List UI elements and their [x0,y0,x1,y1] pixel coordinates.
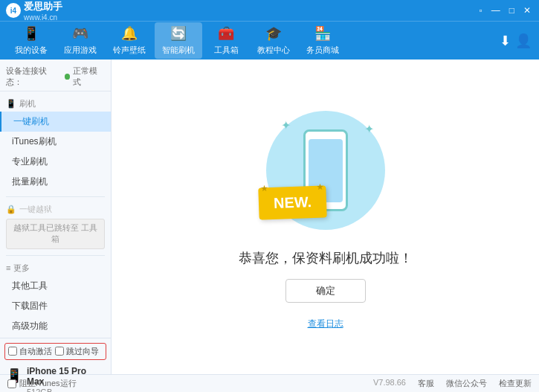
view-log-link[interactable]: 查看日志 [308,318,343,330]
window-controls: ▫ — □ ✕ [477,5,533,16]
nav-ringtone[interactable]: 🔔 铃声壁纸 [106,22,153,59]
close-button[interactable]: ✕ [521,5,533,16]
my-device-icon: 📱 [23,25,39,42]
footer-right: V7.98.66 客服 微信公众号 检查更新 [373,378,532,389]
auto-activate-checkbox[interactable]: 自动激活 [8,346,52,357]
service-icon: 🏪 [314,25,331,42]
apps-icon: 🎮 [72,25,88,42]
main-area: 设备连接状态： 正常模式 📱 刷机 一键刷机 iTunes刷机 专业刷机 批量刷… [0,60,539,374]
guided-activate-input[interactable] [55,347,64,356]
jailbreak-notice: 越狱工具已跳转至 工具箱 [6,219,105,249]
divider-1 [6,196,105,197]
guided-activate-label: 跳过向导 [66,346,99,357]
batch-flash-label: 批量刷机 [12,176,48,187]
download-firmware-label: 下载固件 [12,301,48,311]
wifi-icon: ▫ [477,5,484,16]
status-mode: 正常模式 [73,65,105,88]
nav-toolbox-label: 工具箱 [214,45,239,56]
sidebar-item-advanced[interactable]: 高级功能 [0,316,111,336]
sidebar: 设备连接状态： 正常模式 📱 刷机 一键刷机 iTunes刷机 专业刷机 批量刷… [0,60,112,374]
sparkle-top-right: ✦ [364,122,374,136]
lock-icon: 🔒 [6,205,16,214]
nav-toolbox[interactable]: 🧰 工具箱 [204,22,248,59]
nav-tutorial-label: 教程中心 [257,45,290,56]
other-tools-label: 其他工具 [12,280,48,291]
itunes-flash-label: iTunes刷机 [12,136,57,147]
status-dot [65,74,71,80]
advanced-label: 高级功能 [12,321,48,331]
ringtone-icon: 🔔 [121,25,138,42]
nav-smart-flash[interactable]: 🔄 智能刷机 [155,22,202,59]
sidebar-item-itunes-flash[interactable]: iTunes刷机 [0,132,111,152]
confirm-button[interactable]: 确定 [285,279,366,303]
itunes-label: 阻止iTunes运行 [19,378,77,389]
sidebar-item-pro-flash[interactable]: 专业刷机 [0,152,111,172]
wechat-link[interactable]: 微信公众号 [446,378,487,389]
flash-section-header: 📱 刷机 [0,96,111,112]
flash-section-icon: 📱 [6,99,16,109]
nav-apps-label: 应用游戏 [64,45,97,56]
content-area: ✦ ✦ NEW. 恭喜您，保资料刷机成功啦！ 确定 查看日志 [112,60,539,374]
nav-right-actions: ⬇ 👤 [500,33,532,49]
sparkle-top-left: ✦ [281,118,291,132]
status-label: 设备连接状态： [6,65,62,88]
more-section-label: 更多 [13,263,30,274]
jailbreak-section-label: 一键越狱 [19,204,52,215]
flash-section: 📱 刷机 一键刷机 iTunes刷机 专业刷机 批量刷机 [0,94,111,193]
divider-2 [6,255,105,256]
jailbreak-section-header: 🔒 一键越狱 [0,202,111,217]
nav-ringtone-label: 铃声壁纸 [113,45,146,56]
nav-service-label: 务员商城 [306,45,339,56]
logo-text-group: 爱思助手 www.i4.cn [24,0,62,22]
status-bar: 设备连接状态： 正常模式 [0,62,111,91]
auto-activate-label: 自动激活 [19,346,52,357]
jailbreak-notice-text: 越狱工具已跳转至 工具箱 [13,223,97,243]
more-section-header: ≡ 更多 [0,260,111,276]
check-update-link[interactable]: 检查更新 [499,378,532,389]
success-illustration: ✦ ✦ NEW. 恭喜您，保资料刷机成功啦！ 确定 查看日志 [239,103,413,330]
guided-activate-checkbox[interactable]: 跳过向导 [55,346,99,357]
success-text: 恭喜您，保资料刷机成功啦！ [239,249,413,267]
nav-service[interactable]: 🏪 务员商城 [299,22,346,59]
tutorial-icon: 🎓 [265,25,282,42]
nav-my-device[interactable]: 📱 我的设备 [7,22,55,59]
itunes-checkbox-input[interactable] [7,379,16,388]
maximize-button[interactable]: □ [507,5,517,16]
auto-activate-row: 自动激活 跳过向导 [4,343,106,360]
toolbox-icon: 🧰 [218,25,234,42]
nav-smart-flash-label: 智能刷机 [162,45,195,56]
flash-section-label: 刷机 [19,98,36,109]
smart-flash-icon: 🔄 [170,25,187,42]
pro-flash-label: 专业刷机 [12,156,48,167]
jailbreak-section: 🔒 一键越狱 越狱工具已跳转至 工具箱 [0,200,111,252]
sidebar-item-one-key-flash[interactable]: 一键刷机 [0,112,111,132]
nav-apps[interactable]: 🎮 应用游戏 [57,22,104,59]
download-button[interactable]: ⬇ [500,33,511,49]
itunes-checkbox[interactable]: 阻止iTunes运行 [7,378,77,389]
minimize-button[interactable]: — [489,5,503,16]
version-label: V7.98.66 [373,378,406,389]
phone-graphic: ✦ ✦ NEW. [259,103,393,237]
auto-activate-input[interactable] [8,347,17,356]
top-bar: i4 爱思助手 www.i4.cn ▫ — □ ✕ [0,0,539,21]
circle-background: ✦ ✦ NEW. [266,111,385,230]
app-name: 爱思助手 [24,0,62,13]
account-button[interactable]: 👤 [515,33,532,49]
sidebar-item-other-tools[interactable]: 其他工具 [0,276,111,296]
nav-my-device-label: 我的设备 [15,45,48,56]
app-url: www.i4.cn [24,13,62,22]
sidebar-item-batch-flash[interactable]: 批量刷机 [0,172,111,192]
sidebar-item-download-firmware[interactable]: 下载固件 [0,296,111,316]
customer-service-link[interactable]: 客服 [418,378,434,389]
nav-bar: 📱 我的设备 🎮 应用游戏 🔔 铃声壁纸 🔄 智能刷机 🧰 工具箱 🎓 教程中心… [0,21,539,60]
logo-area: i4 爱思助手 www.i4.cn [6,0,62,22]
logo-icon: i4 [6,3,21,18]
new-ribbon: NEW. [258,185,327,219]
more-section-icon: ≡ [6,263,10,272]
nav-tutorial[interactable]: 🎓 教程中心 [250,22,297,59]
one-key-flash-label: 一键刷机 [13,116,49,126]
more-section: ≡ 更多 其他工具 下载固件 高级功能 [0,259,111,338]
